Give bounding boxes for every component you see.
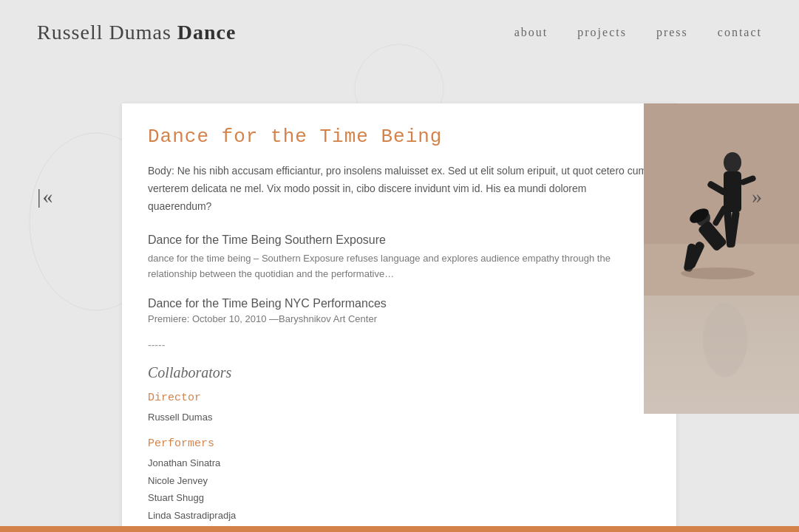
svg-point-5 [724, 152, 741, 173]
svg-point-17 [681, 267, 755, 279]
performer-3: Stuart Shugg [148, 489, 650, 506]
left-bar-icon: | [37, 185, 41, 208]
bottom-bar [0, 526, 799, 532]
nav-about[interactable]: about [514, 26, 548, 39]
project-item-2[interactable]: Dance for the Time Being NYC Performance… [148, 297, 650, 324]
performers-section: Performers Jonathan Sinatra Nicole Jenve… [148, 437, 650, 532]
card-body-text: Body: Ne his nibh accusam efficiantur, p… [148, 163, 650, 215]
project-2-title: Dance for the Time Being NYC Performance… [148, 297, 650, 310]
project-2-subtitle: Premiere: October 10, 2010 —Baryshnikov … [148, 313, 650, 324]
project-item-1[interactable]: Dance for the Time Being Southern Exposu… [148, 233, 650, 282]
image-panel [644, 103, 799, 414]
left-chevron-icon: « [43, 185, 53, 208]
performer-1: Jonathan Sinatra [148, 454, 650, 471]
site-title-normal: Russell Dumas [37, 21, 177, 44]
site-title: Russell Dumas Dance [37, 21, 236, 44]
card-title: Dance for the Time Being [148, 126, 650, 148]
prev-arrow[interactable]: |« [37, 185, 53, 208]
image-continuation [644, 296, 799, 414]
collaborators-heading: Collaborators [148, 364, 650, 381]
nav-projects[interactable]: projects [577, 26, 627, 39]
right-chevron-icon: » [752, 185, 762, 208]
next-arrow[interactable]: » [752, 185, 762, 208]
dance-image [644, 103, 799, 296]
main-nav: about projects press contact [514, 26, 762, 39]
performers-role-label: Performers [148, 437, 650, 450]
divider: ----- [148, 339, 650, 351]
director-name: Russell Dumas [148, 409, 650, 426]
nav-contact[interactable]: contact [718, 26, 762, 39]
project-1-desc: dance for the time being – Southern Expo… [148, 251, 650, 282]
performer-2: Nicole Jenvey [148, 472, 650, 489]
director-role-label: Director [148, 392, 650, 404]
performer-4: Linda Sastradipradja [148, 507, 650, 524]
site-title-bold: Dance [177, 21, 237, 44]
project-1-title: Dance for the Time Being Southern Exposu… [148, 233, 650, 247]
svg-point-19 [703, 303, 747, 377]
content-card: Dance for the Time Being Body: Ne his ni… [122, 103, 676, 532]
header: Russell Dumas Dance about projects press… [0, 0, 799, 59]
nav-press[interactable]: press [656, 26, 688, 39]
